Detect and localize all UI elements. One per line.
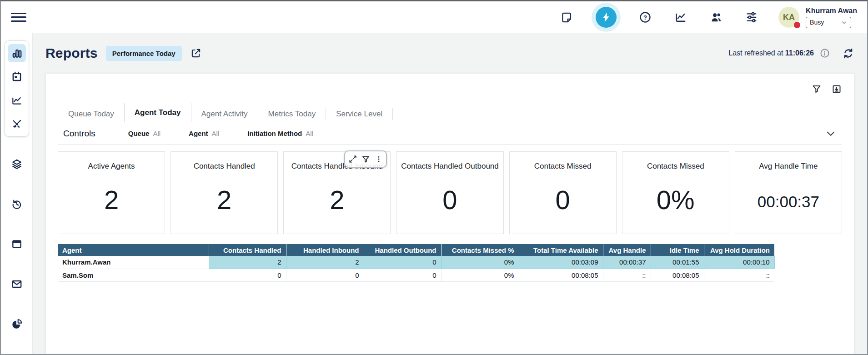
cell-value: :: <box>603 269 651 281</box>
settings-sliders-icon[interactable] <box>745 10 758 24</box>
sidebar-item-line-chart[interactable] <box>8 91 26 110</box>
pie-chart-icon <box>11 318 23 330</box>
sidebar-item-mail[interactable] <box>8 275 26 293</box>
open-external-icon[interactable] <box>190 47 202 59</box>
line-chart-icon <box>11 95 23 106</box>
sidebar-item-layers[interactable] <box>8 155 26 173</box>
sidebar-item-design-tools[interactable] <box>8 115 26 133</box>
status-dropdown[interactable]: Busy <box>806 17 851 28</box>
kebab-menu-icon[interactable] <box>373 154 384 165</box>
notes-icon[interactable] <box>560 10 574 24</box>
cell-value: 00:08:05 <box>651 269 704 281</box>
col-contacts-missed-pct[interactable]: Contacts Missed % <box>441 244 519 256</box>
page-title: Reports <box>45 45 98 61</box>
kpi-contacts-handled-inbound: Contacts Handled Inbound 2 <box>283 151 391 234</box>
filter-icon[interactable] <box>811 84 822 95</box>
table-row-khurram-awan: Khurram.Awan 2 2 0 0% 00:03:09 00:00:37 … <box>58 256 774 269</box>
sidebar-reports-group <box>5 40 29 137</box>
filter-agent[interactable]: Agent All <box>189 130 219 137</box>
top-bar: ? KA Khurram Awan Busy <box>1 1 867 33</box>
table-row-sam-som: Sam.Som 0 0 0 0% 00:08:05 :: 00:08:05 :: <box>58 269 774 281</box>
col-avg-handle[interactable]: Avg Handle <box>603 244 651 256</box>
svg-text:?: ? <box>643 14 647 21</box>
tab-agent-activity[interactable]: Agent Activity <box>191 106 258 122</box>
dashboard-badge: Performance Today <box>106 46 182 61</box>
main-content: Reports Performance Today Last refreshed… <box>33 33 867 354</box>
app-window: ? KA Khurram Awan Busy <box>0 0 868 355</box>
cell-value: 0% <box>441 256 519 269</box>
cell-value: 0% <box>441 269 519 281</box>
tab-metrics-today[interactable]: Metrics Today <box>258 106 326 122</box>
col-total-time-available[interactable]: Total Time Available <box>519 244 603 256</box>
kpi-contacts-handled-outbound: Contacts Handled Outbound 0 <box>396 151 503 234</box>
user-block: KA Khurram Awan Busy <box>778 7 857 28</box>
kpi-row: Active Agents 2 Contacts Handled 2 Conta… <box>58 151 842 234</box>
user-name: Khurram Awan <box>806 7 857 15</box>
agent-name-cell: Sam.Som <box>58 269 209 281</box>
agent-name-cell: Khurram.Awan <box>58 256 209 269</box>
status-value: Busy <box>810 19 824 26</box>
kpi-contacts-handled: Contacts Handled 2 <box>171 151 278 234</box>
people-icon[interactable] <box>709 10 723 24</box>
realtime-bolt-icon[interactable] <box>596 7 617 28</box>
download-icon[interactable] <box>831 84 842 95</box>
cell-value: 0 <box>209 269 286 281</box>
col-handled-outbound[interactable]: Handled Outbound <box>364 244 441 256</box>
chevron-down-icon <box>841 20 847 25</box>
agent-table: Agent Contacts Handled Handled Inbound H… <box>58 244 775 282</box>
col-avg-hold-duration[interactable]: Avg Hold Duration <box>704 244 774 256</box>
col-idle-time[interactable]: Idle Time <box>651 244 704 256</box>
cell-value: 0 <box>364 256 441 269</box>
kpi-hover-toolbar <box>344 150 387 168</box>
cell-value: 00:08:05 <box>519 269 603 281</box>
sidebar-item-bar-chart[interactable] <box>8 44 26 62</box>
cell-value: 0 <box>286 269 364 281</box>
left-sidebar <box>1 33 33 354</box>
last-refreshed-text: Last refreshed at 11:06:26 <box>728 49 814 57</box>
cell-value: 0 <box>364 269 441 281</box>
refresh-icon[interactable] <box>842 47 854 60</box>
help-icon[interactable]: ? <box>638 10 652 24</box>
filter-queue[interactable]: Queue All <box>128 130 161 137</box>
tab-agent-today[interactable]: Agent Today <box>124 103 191 122</box>
sidebar-item-history[interactable] <box>8 195 26 213</box>
expand-icon[interactable] <box>347 154 358 165</box>
metrics-chart-icon[interactable] <box>674 10 687 24</box>
sidebar-item-window[interactable] <box>8 235 26 253</box>
mail-icon <box>11 278 23 290</box>
kpi-avg-handle-time: Avg Handle Time 00:00:37 <box>735 151 842 234</box>
kpi-contacts-missed: Contacts Missed 0 <box>509 151 617 234</box>
col-handled-inbound[interactable]: Handled Inbound <box>286 244 364 256</box>
page-header: Reports Performance Today Last refreshed… <box>45 33 854 73</box>
last-refreshed-time: 11:06:26 <box>785 49 814 57</box>
controls-bar: Controls Queue All Agent All Initiation … <box>58 122 842 145</box>
design-tools-icon <box>11 118 23 130</box>
cell-value: 2 <box>209 256 286 269</box>
report-panel: Queue Today Agent Today Agent Activity M… <box>45 73 854 354</box>
kpi-contacts-missed-pct: Contacts Missed 0% <box>622 151 729 234</box>
hamburger-menu-icon[interactable] <box>11 10 26 25</box>
bar-chart-icon <box>11 47 23 59</box>
col-agent[interactable]: Agent <box>58 244 209 256</box>
report-tabs: Queue Today Agent Today Agent Activity M… <box>58 103 842 122</box>
filter-initiation-method[interactable]: Initiation Method All <box>247 130 313 137</box>
cell-value: 00:03:09 <box>519 256 603 269</box>
cell-value: 2 <box>286 256 364 269</box>
avatar-initials: KA <box>783 13 795 22</box>
cell-value: :: <box>704 269 774 281</box>
layers-icon <box>11 158 23 170</box>
tab-service-level[interactable]: Service Level <box>326 106 392 122</box>
calendar-icon <box>11 71 23 83</box>
controls-collapse-chevron-icon[interactable] <box>825 128 837 140</box>
tab-queue-today[interactable]: Queue Today <box>58 106 124 122</box>
cell-value: 00:00:10 <box>704 256 774 269</box>
controls-label: Controls <box>63 129 95 139</box>
avatar[interactable]: KA <box>778 7 799 28</box>
topbar-icons: ? <box>560 7 758 28</box>
sidebar-item-pie-chart[interactable] <box>8 315 26 333</box>
info-icon[interactable] <box>819 48 830 59</box>
sidebar-item-calendar[interactable] <box>8 68 26 86</box>
filter-funnel-icon[interactable] <box>360 154 371 165</box>
col-contacts-handled[interactable]: Contacts Handled <box>209 244 286 256</box>
history-icon <box>11 198 23 210</box>
